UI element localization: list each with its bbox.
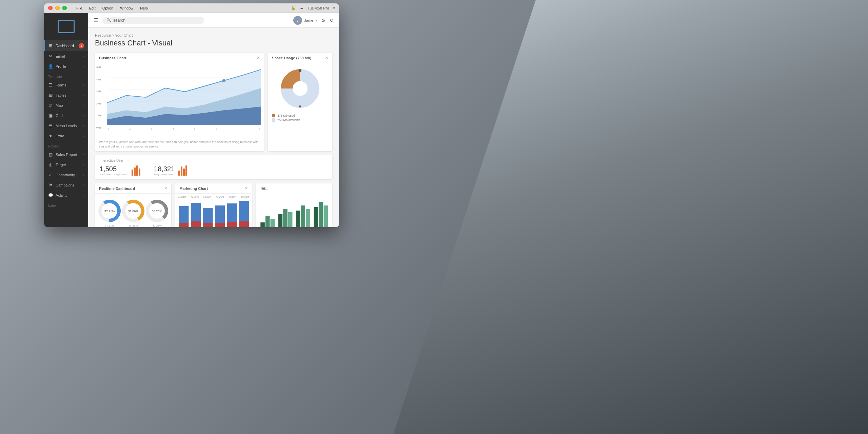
- iu-stats: 1,505 New Users Registration: [100, 165, 328, 176]
- sidebar-label-sales-report: Sales Report: [56, 153, 77, 157]
- bar2-3: [183, 169, 185, 176]
- realtime-close[interactable]: ✕: [164, 186, 167, 191]
- interactive-user-widget: Interactive User 1,505 New Users Registr…: [95, 155, 332, 179]
- forms-icon: ☰: [48, 83, 53, 87]
- menu-edit[interactable]: Edit: [89, 6, 96, 10]
- svg-text:30.23%: 30.23%: [152, 210, 162, 213]
- interactive-user-title: Interactive User: [100, 159, 328, 162]
- title-bar: File Edit Option Window Help 🔒 ☁ Tue 4:5…: [44, 3, 339, 13]
- space-usage-close[interactable]: ✕: [325, 56, 328, 60]
- sidebar-item-sales-report[interactable]: ▤ Sales Report ‹: [44, 150, 88, 160]
- marketing-title: Marketing Chart: [179, 186, 208, 191]
- space-usage-title: Space Usage (750 Mb): [272, 56, 311, 60]
- sidebar-item-campaigns[interactable]: ⚑ Campaigns ‹: [44, 180, 88, 190]
- bar2-2: [181, 166, 182, 176]
- y-label-3m: 3M$: [96, 90, 101, 93]
- hamburger-icon[interactable]: ☰: [94, 17, 98, 23]
- sidebar-item-dashboard[interactable]: ⊞ Dashboard 1: [44, 40, 88, 51]
- svg-rect-32: [227, 222, 237, 227]
- svg-rect-22: [191, 203, 201, 221]
- y-label-2m: 2M$: [96, 102, 101, 105]
- menu-file[interactable]: File: [76, 6, 82, 10]
- x-label-3: 3: [151, 127, 152, 130]
- sidebar-label-profile: Profile: [56, 64, 66, 68]
- svg-text:31.86%: 31.86%: [128, 210, 139, 213]
- sidebar-item-target[interactable]: ◎ Target ‹: [44, 160, 88, 170]
- donut-label-1: 37.91%: [105, 224, 114, 227]
- x-label-8: 8: [259, 127, 260, 130]
- svg-rect-20: [179, 223, 189, 227]
- sidebar-item-extra[interactable]: ★ Extra ‹: [44, 131, 88, 141]
- maximize-button[interactable]: [62, 6, 67, 10]
- sidebar-item-activity[interactable]: 💬 Activity ‹: [44, 190, 88, 200]
- minimize-button[interactable]: [55, 6, 60, 10]
- opportunity-icon: ✓: [48, 173, 53, 177]
- menu-icon[interactable]: ≡: [333, 6, 335, 10]
- sidebar-item-profile[interactable]: 👤 Profile ‹: [44, 61, 88, 72]
- x-label-4: 4: [172, 127, 174, 130]
- donut-svg-2: 31.86%: [121, 199, 145, 223]
- chevron-grid: ‹: [83, 114, 84, 117]
- dashboard-icon: ⊞: [48, 43, 53, 48]
- sidebar-label-grid: Grid: [56, 114, 63, 118]
- business-chart-close[interactable]: ✕: [257, 56, 260, 60]
- menu-help[interactable]: Help: [140, 6, 148, 10]
- svg-point-6: [222, 79, 226, 82]
- pie-chart-svg: [278, 66, 322, 111]
- donut-row: 37.91% 37.91% 31.86%: [95, 194, 171, 227]
- email-icon: ✉: [48, 54, 53, 59]
- sidebar-item-map[interactable]: ◎ Map ‹: [44, 100, 88, 111]
- sidebar-item-menu-levels[interactable]: ☰ Menu Levels ‹: [44, 121, 88, 131]
- legend-available-color: [272, 118, 275, 122]
- menu-window[interactable]: Window: [120, 6, 133, 10]
- legend-available-label: 250 Mb available: [277, 118, 300, 122]
- cloud-icon: ☁: [300, 6, 303, 10]
- refresh-icon[interactable]: ↻: [330, 18, 334, 23]
- target-header: Tar...: [256, 183, 332, 193]
- sidebar-item-opportunity[interactable]: ✓ Opportunity ‹: [44, 170, 88, 180]
- user-dropdown-icon[interactable]: ▾: [315, 19, 317, 22]
- donut-svg-1: 37.91%: [98, 199, 121, 223]
- top-bar: ☰ 🔍 J Jame ▾ ⚙ ↻: [88, 13, 339, 28]
- profile-icon: 👤: [48, 64, 53, 69]
- settings-icon[interactable]: ⚙: [321, 18, 326, 23]
- bottom-widgets-row: Realtime Dashboard ✕ 37.91%: [95, 183, 332, 227]
- sidebar-label-target: Target: [56, 163, 66, 167]
- sidebar-item-email[interactable]: ✉ Email ‹: [44, 51, 88, 61]
- sidebar-item-grid[interactable]: ▣ Grid ‹: [44, 111, 88, 121]
- donut-svg-3: 30.23%: [145, 199, 169, 223]
- sidebar: ⊞ Dashboard 1 ✉ Email ‹ 👤 Profile ‹ Temp…: [44, 13, 88, 227]
- svg-rect-28: [215, 205, 225, 223]
- y-label-0m: 0M$: [96, 126, 101, 129]
- marketing-chart-body: 31.25% 43.75% 36.50% 41.25% 44.50% 50.25…: [175, 194, 252, 227]
- breadcrumb: Resource > Your Chart: [95, 33, 332, 37]
- pct-4: 41.25%: [216, 196, 224, 198]
- sidebar-item-forms[interactable]: ☰ Forms ‹: [44, 80, 88, 90]
- svg-point-9: [299, 105, 301, 107]
- sidebar-logo: [44, 13, 88, 40]
- menu-option[interactable]: Option: [102, 6, 113, 10]
- iu-label-1: New Users Registration: [100, 173, 128, 176]
- stacked-bar-svg: [178, 199, 249, 227]
- search-input[interactable]: [113, 18, 200, 23]
- donut-1: 37.91% 37.91%: [98, 199, 121, 227]
- svg-rect-35: [239, 221, 249, 227]
- sidebar-label-dashboard: Dashboard: [56, 44, 74, 48]
- legend-used-color: [272, 114, 275, 117]
- sidebar-item-tables[interactable]: ▦ Tables ‹: [44, 90, 88, 100]
- campaigns-icon: ⚑: [48, 183, 53, 188]
- username: Jame: [304, 18, 313, 22]
- svg-rect-44: [301, 205, 305, 227]
- sidebar-label-campaigns: Campaigns: [56, 183, 75, 187]
- close-button[interactable]: [48, 6, 53, 10]
- mini-chart-2: [178, 165, 187, 176]
- template-section-label: Template: [44, 72, 88, 80]
- marketing-labels: 31.25% 43.75% 36.50% 41.25% 44.50% 50.25…: [178, 196, 249, 198]
- menu-levels-icon: ☰: [48, 123, 53, 128]
- donut-2: 31.86% 31.86%: [121, 199, 145, 227]
- mini-chart-1: [132, 165, 140, 176]
- svg-text:37.91%: 37.91%: [104, 210, 115, 213]
- marketing-close[interactable]: ✕: [245, 186, 248, 191]
- svg-rect-23: [191, 221, 201, 227]
- sidebar-label-tables: Tables: [56, 93, 66, 97]
